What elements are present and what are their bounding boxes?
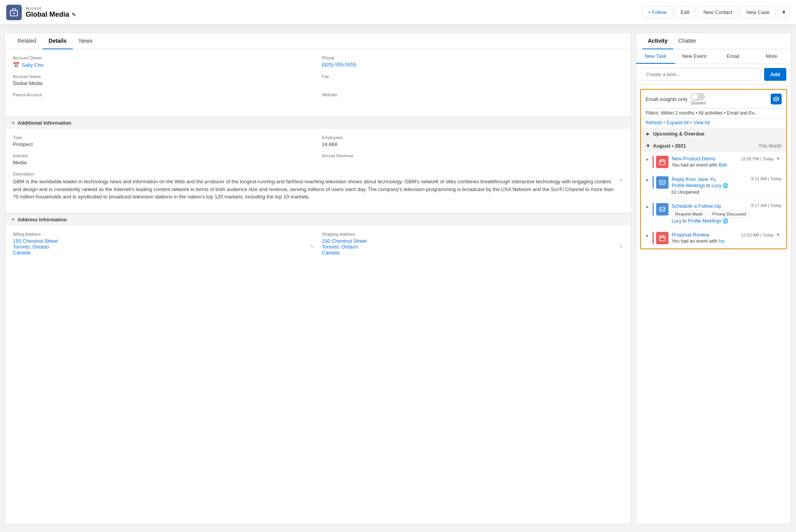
additional-info-section[interactable]: ▼ Additional Information [5, 116, 631, 129]
email-button[interactable]: Email [714, 49, 752, 64]
address-info-section[interactable]: ▼ Address Information [5, 213, 631, 226]
industry-label: Industry [13, 153, 314, 158]
fax-edit-row: ✎ [322, 80, 623, 86]
field-annual-revenue: Annual Revenue ✎ [322, 153, 623, 165]
field-fax: Fax ✎ [322, 74, 623, 86]
field-account-owner: Account Owner 📅 Sally Cho ✎ [13, 56, 314, 68]
email-icon-followup [656, 203, 669, 216]
toggle-container: Disabled [691, 93, 706, 105]
edit-button[interactable]: Edit [675, 6, 695, 18]
owner-calendar-icon: 📅 [13, 62, 19, 68]
follow-button[interactable]: + Follow [642, 6, 673, 18]
shipping-city-state[interactable]: Toronto, Ontario [322, 244, 367, 250]
email-insights-toggle[interactable] [691, 93, 705, 101]
field-website: Website ✎ [322, 92, 623, 104]
type-edit-row: Prospect ✎ [13, 141, 314, 147]
more-button[interactable]: More [752, 49, 791, 64]
expand-icon-jane[interactable]: ► [646, 176, 649, 182]
followup-meta: Lucy to Profile Meetings 🌐 [672, 218, 782, 224]
task-input[interactable] [641, 68, 761, 81]
billing-street[interactable]: 150 Chestnut Street [13, 238, 58, 244]
description-value: GBM is the worldwide leader in technolog… [13, 178, 616, 201]
field-billing-address: Billing Address 150 Chestnut Street Toro… [13, 232, 314, 256]
vertical-line-proposal [653, 232, 654, 244]
tab-details[interactable]: Details [42, 33, 73, 49]
account-icon [6, 5, 22, 20]
jane-lucy[interactable]: Lucy [712, 183, 721, 188]
field-row-industry-revenue: Industry Media ✎ Annual Revenue ✎ [13, 153, 623, 165]
account-owner-value[interactable]: 📅 Sally Cho [13, 62, 44, 68]
left-tabs: Related Details News [5, 33, 631, 49]
new-event-button[interactable]: New Event [675, 49, 714, 64]
left-panel: Related Details News Account Owner 📅 Sal… [5, 33, 631, 524]
tab-chatter[interactable]: Chatter [673, 33, 702, 49]
new-contact-button[interactable]: New Contact [698, 6, 738, 18]
jane-title[interactable]: Reply from Jane Yu [672, 176, 716, 182]
filter-links-row: Refresh • Expand All • View All [641, 118, 786, 128]
demo-title[interactable]: New Product Demo [672, 156, 716, 162]
field-industry: Industry Media ✎ [13, 153, 314, 165]
shipping-country[interactable]: Canada [322, 250, 367, 256]
task-input-row: Add [636, 64, 791, 85]
svg-rect-5 [660, 207, 665, 211]
expand-icon-followup[interactable]: ► [646, 203, 649, 209]
shipping-edit-icon[interactable]: ✎ [619, 244, 623, 249]
additional-info-form: Type Prospect ✎ Employees 14,668 ✎ Ind [5, 129, 631, 213]
field-account-name: Account Name Global Media ✎ [13, 74, 314, 86]
proposal-title[interactable]: Proposal Review [672, 232, 710, 238]
details-form: Account Owner 📅 Sally Cho ✎ Phone (925) … [5, 49, 631, 116]
email-insights-label: Email insights only [646, 96, 688, 102]
august-chevron: ▼ [646, 143, 651, 149]
followup-lucy[interactable]: Lucy [672, 218, 681, 224]
demo-dropdown[interactable]: ▼ [775, 156, 782, 162]
refresh-link[interactable]: Refresh [646, 120, 662, 125]
account-owner-label: Account Owner [13, 56, 314, 60]
globe-icon-followup: 🌐 [723, 218, 728, 224]
tab-news[interactable]: News [73, 33, 99, 49]
proposal-dropdown[interactable]: ▼ [775, 232, 782, 238]
right-tabs: Activity Chatter [636, 33, 791, 49]
toggle-disabled-label: Disabled [691, 101, 706, 105]
billing-city-state[interactable]: Toronto, Ontario [13, 244, 58, 250]
additional-info-chevron: ▼ [11, 121, 15, 125]
field-shipping-address: Shipping Address 150 Chestnut Street Tor… [322, 232, 623, 256]
unopened-row: Unopened [672, 190, 782, 195]
billing-edit-icon[interactable]: ✎ [310, 244, 314, 249]
followup-title[interactable]: Schedule a Follow-Up [672, 203, 721, 209]
proposal-link-ivy[interactable]: Ivy [719, 238, 724, 244]
new-task-button[interactable]: New Task [636, 49, 675, 64]
view-all-link[interactable]: View All [693, 120, 710, 125]
type-label: Type [13, 135, 314, 140]
followup-profile-meetings[interactable]: Profile Meetings [688, 218, 721, 224]
account-edit-icon[interactable]: ✎ [72, 12, 76, 18]
employees-value: 14,668 [322, 141, 337, 147]
tab-activity[interactable]: Activity [642, 33, 673, 49]
billing-country[interactable]: Canada [13, 250, 58, 256]
expand-all-link[interactable]: Expand All [667, 120, 689, 125]
shipping-street[interactable]: 150 Chestnut Street [322, 238, 367, 244]
jane-profile-meetings[interactable]: Profile Meetings [672, 183, 705, 188]
description-edit-icon[interactable]: ✎ [619, 178, 623, 183]
activity-filter-box: Email insights only Disabled Filters: Wi… [640, 89, 787, 249]
expand-icon-proposal[interactable]: ► [646, 232, 649, 238]
timeline-body-followup: Schedule a Follow-Up 9:17 AM | Today Req… [672, 203, 782, 224]
billing-address-edit-row: 150 Chestnut Street Toronto, Ontario Can… [13, 238, 314, 256]
upcoming-overdue-section[interactable]: ► Upcoming & Overdue [641, 128, 786, 140]
august-section[interactable]: ▼ August • 2021 This Month [641, 140, 786, 152]
upcoming-chevron: ► [646, 131, 651, 137]
new-case-button[interactable]: New Case [740, 6, 775, 18]
additional-info-label: Additional Information [17, 120, 72, 126]
add-task-button[interactable]: Add [764, 68, 786, 81]
more-actions-button[interactable]: ▼ [778, 6, 790, 18]
tab-related[interactable]: Related [11, 33, 42, 49]
filter-settings-button[interactable] [771, 94, 782, 104]
phone-value[interactable]: (925) 555-5555 [322, 62, 356, 68]
expand-icon-demo[interactable]: ► [646, 156, 649, 162]
account-owner-edit-row: 📅 Sally Cho ✎ [13, 62, 314, 68]
demo-link-bob[interactable]: Bob [719, 162, 727, 168]
upcoming-label: Upcoming & Overdue [653, 131, 705, 137]
this-month-label: This Month [759, 143, 782, 149]
svg-rect-3 [660, 181, 665, 184]
event-icon-proposal [656, 232, 669, 244]
event-icon-demo [656, 156, 669, 168]
